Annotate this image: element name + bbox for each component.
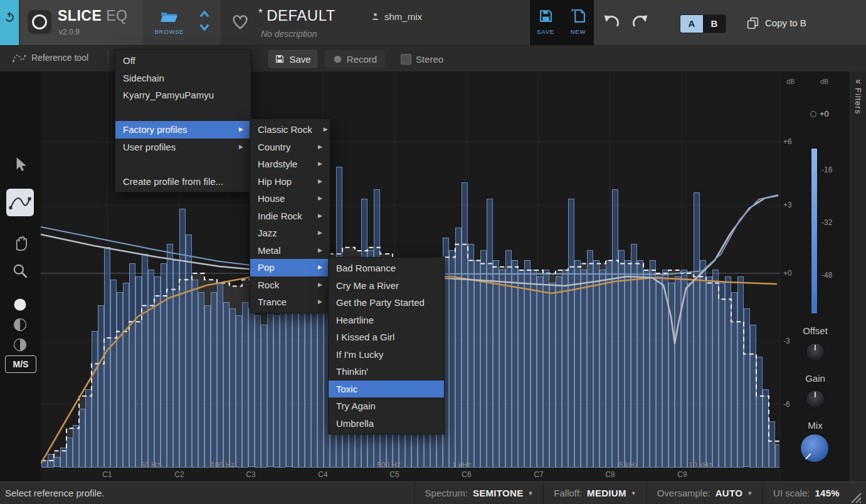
menu-item-user-profiles[interactable]: User profiles▶	[115, 139, 251, 156]
curve-tool-button[interactable]	[6, 189, 34, 216]
menu-item-label: Toxic	[336, 381, 357, 398]
menu-item-sidechain[interactable]: Sidechain	[115, 70, 251, 87]
menu-item-trance[interactable]: Trance▶	[250, 293, 330, 311]
spectrum-gain-readout[interactable]: +0	[810, 109, 829, 118]
menu-item-off[interactable]: Off	[115, 52, 251, 70]
channel-both-toggle[interactable]	[13, 298, 27, 312]
hand-tool-button[interactable]	[6, 228, 34, 256]
menu-item-rock[interactable]: Rock▶	[250, 276, 330, 294]
svg-text:C4: C4	[318, 470, 328, 479]
svg-text:50 Hz: 50 Hz	[140, 461, 160, 470]
submenu-arrow-icon: ▶	[324, 121, 328, 139]
menu-item-country[interactable]: Country▶	[250, 139, 330, 156]
reference-record-button[interactable]: Record	[325, 50, 385, 68]
svg-text:1 kHz: 1 kHz	[452, 461, 472, 470]
menu-item-umbrella[interactable]: Umbrella	[329, 415, 444, 433]
menu-item-label: Try Again	[336, 397, 376, 415]
menu-item-house[interactable]: House▶	[250, 190, 330, 207]
app-logo-icon	[28, 10, 51, 34]
menu-item-heartline[interactable]: Heartline	[329, 312, 444, 329]
menu-item-label: Metal	[258, 242, 281, 260]
next-preset-icon[interactable]	[198, 23, 211, 33]
resize-grip-icon[interactable]	[850, 491, 862, 504]
falloff-dropdown[interactable]: Falloff: MEDIUM ▼	[543, 482, 646, 504]
menu-item-i-kissed-a-girl[interactable]: I Kissed a Girl	[329, 328, 444, 346]
ab-toggle-b[interactable]: B	[703, 15, 726, 33]
menu-item-cry-me-a-river[interactable]: Cry Me a River	[329, 277, 444, 295]
curve-tool-icon	[9, 193, 31, 212]
menu-item-get-the-party-started[interactable]: Get the Party Started	[329, 294, 444, 312]
menu-item-factory-profiles[interactable]: Factory profiles▶	[115, 121, 251, 139]
offset-knob[interactable]	[806, 343, 825, 362]
browse-label: BROWSE	[149, 28, 189, 35]
checkbox-icon	[401, 54, 411, 65]
reference-tool-selector[interactable]: Reference tool	[13, 51, 88, 64]
menu-item-bad-romance[interactable]: Bad Romance	[329, 260, 444, 277]
menu-item-if-i-m-lucky[interactable]: If I'm Lucky	[329, 346, 444, 364]
preset-name-text: DEFAULT	[267, 7, 335, 24]
channel-right-toggle[interactable]	[13, 338, 27, 352]
redo-icon	[631, 13, 650, 31]
dropdown-caret-icon: ▼	[527, 490, 533, 496]
menu-item-hardstyle[interactable]: Hardstyle▶	[250, 155, 330, 173]
menu-separator	[115, 155, 251, 173]
reference-profile-menu: OffSidechainKyarry_PamyuPamyuFactory pro…	[115, 50, 251, 192]
menu-item-toxic[interactable]: Toxic	[329, 381, 444, 398]
redo-button[interactable]	[631, 13, 652, 33]
save-new-group: SAVE * NEW	[530, 0, 594, 45]
menu-item-thinkin[interactable]: Thinkin'	[329, 363, 444, 381]
falloff-label: Falloff:	[554, 488, 582, 498]
menu-item-jazz[interactable]: Jazz▶	[250, 224, 330, 242]
gain-knob[interactable]	[806, 390, 825, 409]
submenu-arrow-icon: ▶	[318, 276, 322, 294]
new-label: NEW	[564, 28, 592, 35]
oversample-dropdown[interactable]: Oversample: AUTO ▼	[647, 482, 763, 504]
menu-item-label: Rock	[258, 276, 279, 294]
submenu-arrow-icon: ▶	[318, 173, 322, 191]
oversample-label: Oversample:	[657, 488, 710, 498]
pointer-tool-button[interactable]	[6, 150, 34, 178]
ui-scale-control[interactable]: UI scale: 145%	[763, 482, 850, 504]
app-name: SLICE	[58, 8, 102, 24]
ab-toggle-a[interactable]: A	[680, 15, 703, 33]
menu-item-label: Sidechain	[123, 70, 164, 87]
menu-item-classic-rock[interactable]: Classic Rock▶	[250, 121, 330, 139]
new-file-icon: *	[571, 8, 586, 24]
menu-item-indie-rock[interactable]: Indie Rock▶	[250, 207, 330, 225]
mid-side-toggle[interactable]: M/S	[5, 355, 36, 373]
menu-item-hip-hop[interactable]: Hip Hop▶	[250, 173, 330, 191]
reference-stereo-checkbox[interactable]: Stereo	[394, 50, 450, 68]
menu-item-label: Hardstyle	[258, 155, 297, 173]
copy-to-b-button[interactable]: Copy to B	[746, 13, 806, 33]
svg-text:C5: C5	[389, 470, 399, 479]
menu-item-create-profile-from-file[interactable]: Create profile from file...	[115, 173, 251, 191]
svg-text:100 Hz: 100 Hz	[211, 461, 235, 470]
status-bar: Select reference profile. Spectrum: SEMI…	[0, 481, 866, 504]
power-button[interactable]	[0, 0, 19, 45]
menu-item-try-again[interactable]: Try Again	[329, 397, 444, 415]
menu-item-label: I Kissed a Girl	[336, 328, 394, 346]
spectrum-mode-dropdown[interactable]: Spectrum: SEMITONE ▼	[415, 482, 544, 504]
svg-text:C3: C3	[246, 470, 256, 479]
new-preset-button[interactable]: * NEW	[564, 0, 592, 45]
dropdown-caret-icon: ▼	[747, 490, 752, 496]
menu-item-kyarry-pamyupamyu[interactable]: Kyarry_PamyuPamyu	[115, 87, 251, 104]
channel-left-toggle[interactable]	[13, 318, 27, 332]
spectrum-label: Spectrum:	[425, 488, 468, 498]
undo-button[interactable]	[602, 13, 623, 33]
favorite-heart-icon[interactable]	[230, 11, 251, 31]
preset-name[interactable]: *DEFAULT	[258, 7, 335, 24]
meter-scale-label: -16	[821, 165, 832, 174]
menu-item-metal[interactable]: Metal▶	[250, 242, 330, 260]
save-preset-button[interactable]: SAVE	[532, 0, 559, 45]
previous-preset-icon[interactable]	[198, 9, 211, 18]
mix-knob[interactable]	[800, 434, 829, 463]
menu-item-label: Cry Me a River	[336, 277, 399, 295]
reference-save-button[interactable]: Save	[268, 50, 317, 68]
zoom-tool-button[interactable]	[6, 257, 34, 285]
menu-item-label: Pop	[258, 259, 275, 276]
menu-item-pop[interactable]: Pop▶	[250, 259, 330, 276]
filters-panel-tab[interactable]: « Filters	[850, 71, 866, 481]
preset-description: No description	[261, 29, 317, 39]
browse-button[interactable]: BROWSE	[149, 0, 189, 45]
